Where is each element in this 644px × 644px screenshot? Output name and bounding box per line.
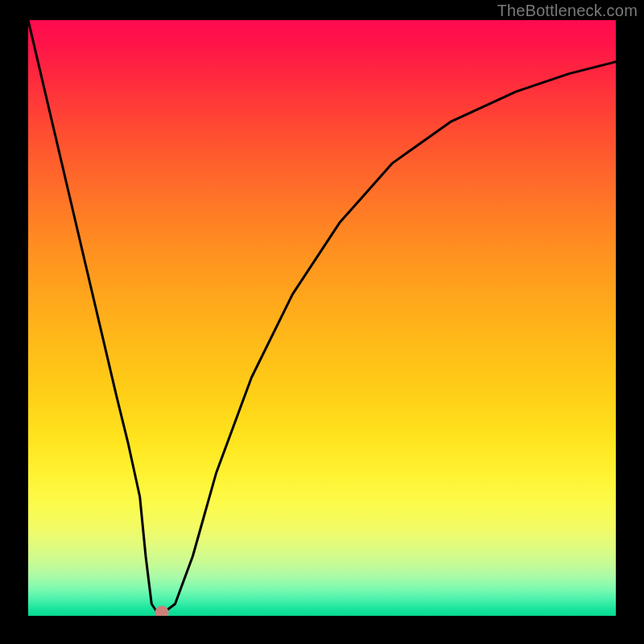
optimal-point-marker	[155, 605, 168, 616]
bottleneck-curve	[28, 20, 616, 616]
attribution-label: TheBottleneck.com	[497, 2, 638, 20]
chart-frame: TheBottleneck.com	[0, 0, 644, 644]
plot-area	[28, 20, 616, 616]
